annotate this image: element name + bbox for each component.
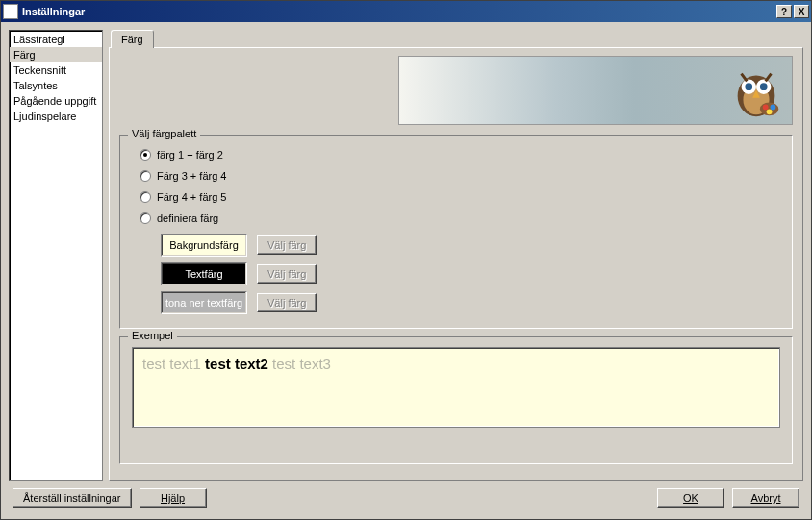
sidebar-item-ljudinspelare[interactable]: Ljudinspelare [10, 109, 102, 124]
radio-label: Färg 3 + färg 4 [157, 170, 226, 182]
example-fieldset: Exempel test text1 test text2 test text3 [119, 336, 793, 464]
example-text-3: test text3 [268, 356, 331, 372]
text-color-row: Textfärg Välj färg [161, 262, 780, 285]
sidebar-item-teckensnitt[interactable]: Teckensnitt [10, 62, 102, 78]
radio-icon [140, 170, 151, 182]
tab-panel: Välj färgpalett färg 1 + färg 2 Färg 3 +… [109, 47, 803, 481]
radio-option-1[interactable]: färg 1 + färg 2 [140, 149, 780, 161]
example-text-1: test text1 [142, 356, 205, 372]
content-area: Lässtrategi Färg Teckensnitt Talsyntes P… [1, 22, 811, 488]
cancel-button[interactable]: Avbryt [732, 488, 799, 508]
radio-option-2[interactable]: Färg 3 + färg 4 [140, 170, 780, 182]
choose-tone-color-button[interactable]: Välj färg [257, 293, 317, 312]
titlebar: Inställningar ? X [1, 1, 811, 22]
svg-point-5 [760, 83, 768, 90]
header-banner [398, 56, 793, 125]
main-panel: Färg [109, 30, 803, 481]
radio-icon [140, 191, 151, 203]
svg-point-9 [771, 105, 776, 111]
svg-point-10 [767, 109, 773, 114]
sidebar-item-talsyntes[interactable]: Talsyntes [10, 78, 102, 93]
sidebar-item-farg[interactable]: Färg [10, 47, 102, 62]
example-legend: Exempel [128, 330, 177, 341]
background-color-swatch: Bakgrundsfärg [161, 234, 247, 257]
settings-window: Inställningar ? X Lässtrategi Färg Tecke… [0, 0, 812, 520]
example-preview: test text1 test text2 test text3 [132, 347, 780, 428]
radio-label: Färg 4 + färg 5 [157, 191, 226, 203]
window-title: Inställningar [22, 6, 774, 17]
sidebar-item-pagaende-uppgift[interactable]: Pågående uppgift [10, 93, 102, 109]
owl-mascot-icon [726, 61, 786, 120]
category-sidebar: Lässtrategi Färg Teckensnitt Talsyntes P… [9, 30, 103, 481]
app-icon [3, 4, 18, 19]
tone-color-swatch: tona ner textfärg [161, 291, 247, 314]
palette-fieldset: Välj färgpalett färg 1 + färg 2 Färg 3 +… [119, 135, 793, 329]
radio-icon [140, 212, 151, 224]
tab-farg[interactable]: Färg [111, 30, 154, 48]
radio-option-4[interactable]: definiera färg [140, 212, 780, 224]
palette-legend: Välj färgpalett [128, 128, 200, 139]
help-button[interactable]: ? [776, 5, 792, 18]
help-button-footer[interactable]: Hjälp [140, 488, 207, 508]
tab-strip: Färg [109, 30, 803, 48]
radio-option-3[interactable]: Färg 4 + färg 5 [140, 191, 780, 203]
reset-settings-button[interactable]: Återställ inställningar [13, 488, 132, 508]
text-color-swatch: Textfärg [161, 262, 247, 285]
example-text-2: test text2 [205, 356, 268, 372]
svg-point-4 [745, 83, 752, 90]
radio-icon [140, 149, 151, 161]
close-button[interactable]: X [794, 5, 809, 18]
background-color-row: Bakgrundsfärg Välj färg [161, 234, 780, 257]
dialog-footer: Återställ inställningar Hjälp OK Avbryt [1, 488, 811, 519]
choose-text-color-button[interactable]: Välj färg [257, 264, 317, 284]
sidebar-item-lasstrategi[interactable]: Lässtrategi [10, 32, 102, 47]
svg-point-8 [763, 105, 769, 111]
ok-button[interactable]: OK [657, 488, 724, 508]
tone-color-row: tona ner textfärg Välj färg [161, 291, 780, 314]
choose-bg-color-button[interactable]: Välj färg [257, 235, 317, 255]
radio-label: definiera färg [157, 212, 218, 224]
radio-label: färg 1 + färg 2 [157, 149, 223, 161]
